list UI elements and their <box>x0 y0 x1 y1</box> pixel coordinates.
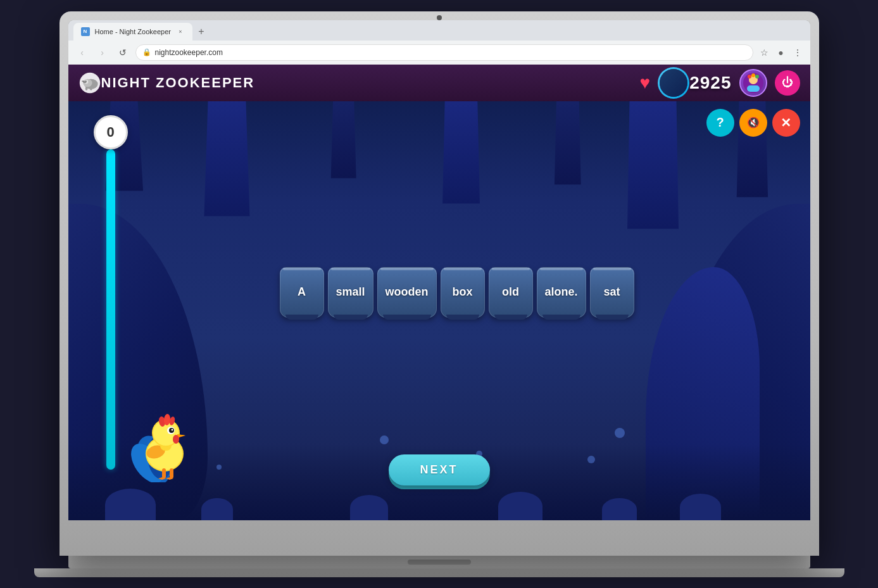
forward-button[interactable]: › <box>95 45 110 60</box>
word-tile-4[interactable]: old <box>489 267 533 318</box>
close-button[interactable]: ✕ <box>772 109 800 137</box>
help-button[interactable]: ? <box>706 109 734 137</box>
word-tiles-container: Asmallwoodenboxoldalone.sat <box>279 267 634 318</box>
svg-rect-34 <box>170 468 173 479</box>
refresh-button[interactable]: ↺ <box>115 45 130 60</box>
browser-tab-active[interactable]: N Home - Night Zookeeper × <box>73 23 192 41</box>
rhino-logo-icon <box>78 72 101 94</box>
word-tile-5[interactable]: alone. <box>537 267 586 318</box>
sound-button[interactable]: 🔇 <box>739 109 767 137</box>
profile-button[interactable]: ● <box>775 46 787 59</box>
url-text: nightzookeeper.com <box>155 48 223 57</box>
header-right: ♥ 2925 <box>640 67 800 99</box>
svg-rect-33 <box>162 468 166 479</box>
svg-point-29 <box>171 428 173 430</box>
svg-point-14 <box>751 73 755 77</box>
next-button[interactable]: NEXT <box>388 454 489 485</box>
word-tile-6[interactable]: sat <box>590 267 634 318</box>
svg-rect-4 <box>90 87 92 90</box>
game-area: NIGHT ZOOKEEPER ♥ 2925 <box>68 65 810 520</box>
game-header: NIGHT ZOOKEEPER ♥ 2925 <box>68 65 810 101</box>
logo <box>78 72 101 94</box>
avatar-icon <box>742 72 765 94</box>
close-icon: ✕ <box>781 115 791 130</box>
character-sprite <box>119 400 201 482</box>
svg-point-12 <box>748 75 751 78</box>
svg-rect-3 <box>85 87 87 90</box>
power-button[interactable]: ⏻ <box>775 70 800 96</box>
power-icon: ⏻ <box>782 76 793 89</box>
score-display: 2925 <box>658 67 731 99</box>
slider-value: 0 <box>94 115 128 149</box>
svg-point-13 <box>755 75 759 78</box>
new-tab-button[interactable]: + <box>192 23 210 41</box>
address-bar[interactable]: 🔒 nightzookeeper.com <box>135 44 753 61</box>
word-tile-3[interactable]: box <box>441 267 485 318</box>
word-tile-1[interactable]: small <box>327 267 373 318</box>
health-heart-icon: ♥ <box>640 73 651 93</box>
game-title: NIGHT ZOOKEEPER <box>101 75 255 91</box>
tab-favicon: N <box>81 27 90 36</box>
tab-title: Home - Night Zookeeper <box>95 28 171 35</box>
menu-button[interactable]: ⋮ <box>791 46 804 59</box>
game-controls: ? 🔇 ✕ <box>706 109 800 137</box>
bookmark-button[interactable]: ☆ <box>758 46 771 59</box>
user-avatar[interactable] <box>739 69 767 97</box>
score-value: 2925 <box>672 73 731 93</box>
svg-point-32 <box>173 435 179 444</box>
help-icon: ? <box>716 115 724 130</box>
tab-close-button[interactable]: × <box>176 27 185 36</box>
word-tile-2[interactable]: wooden <box>377 267 437 318</box>
slider-track[interactable] <box>106 149 115 470</box>
sound-icon: 🔇 <box>747 116 760 128</box>
secure-icon: 🔒 <box>142 48 151 56</box>
svg-rect-11 <box>747 85 760 92</box>
back-button[interactable]: ‹ <box>75 45 90 60</box>
word-tile-0[interactable]: A <box>279 267 323 318</box>
svg-rect-8 <box>82 80 84 82</box>
